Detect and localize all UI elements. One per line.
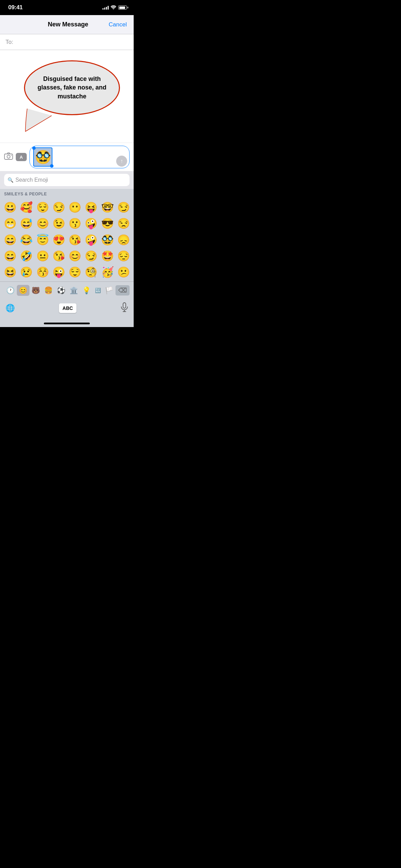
search-placeholder: Search Emoji bbox=[15, 177, 48, 183]
wifi-icon bbox=[111, 5, 116, 10]
building-tab[interactable]: 🏛️ bbox=[68, 285, 80, 296]
home-bar bbox=[44, 323, 90, 324]
emoji-attachment[interactable]: 🥸 bbox=[33, 147, 52, 167]
list-item[interactable]: 😆 bbox=[2, 264, 18, 280]
list-item[interactable]: 😀 bbox=[2, 199, 18, 215]
list-item[interactable]: 😔 bbox=[116, 248, 132, 264]
input-box[interactable]: 🥸 ↑ bbox=[29, 146, 130, 168]
list-item[interactable]: 😏 bbox=[83, 248, 99, 264]
list-item[interactable]: 😉 bbox=[51, 215, 67, 231]
animal-tab[interactable]: 🐻 bbox=[29, 285, 42, 296]
list-item[interactable]: 😊 bbox=[67, 248, 83, 264]
send-button[interactable]: ↑ bbox=[116, 156, 127, 167]
apps-button[interactable]: A bbox=[16, 153, 27, 161]
list-item[interactable]: 😚 bbox=[35, 264, 51, 280]
list-item[interactable]: 😝 bbox=[83, 199, 99, 215]
nav-bar: New Message Cancel bbox=[0, 15, 134, 34]
list-item[interactable]: 😍 bbox=[51, 232, 67, 248]
list-item[interactable]: 🤓 bbox=[99, 199, 116, 215]
svg-rect-0 bbox=[4, 154, 13, 159]
list-item[interactable]: 😘 bbox=[67, 232, 83, 248]
list-item[interactable]: 🤪 bbox=[83, 232, 99, 248]
svg-point-2 bbox=[11, 155, 12, 156]
list-item[interactable]: 😄 bbox=[2, 248, 18, 264]
to-field[interactable]: To: bbox=[0, 34, 134, 50]
list-item[interactable]: 😏 bbox=[51, 199, 67, 215]
list-item[interactable]: 😞 bbox=[116, 232, 132, 248]
emoji-bottom-bar: 🕐 😊 🐻 🍔 ⚽ 🏛️ 💡 🔣 🏳️ ⌫ bbox=[0, 281, 134, 299]
mic-button[interactable] bbox=[121, 302, 128, 314]
list-item[interactable]: 😇 bbox=[35, 232, 51, 248]
camera-button[interactable] bbox=[4, 152, 13, 162]
selection-handle-bottom bbox=[50, 164, 53, 168]
food-tab[interactable]: 🍔 bbox=[42, 285, 55, 296]
list-item[interactable]: 😢 bbox=[18, 264, 34, 280]
disguise-emoji: 🥸 bbox=[35, 149, 51, 165]
list-item[interactable]: 😘 bbox=[51, 248, 67, 264]
keyboard-bottom: 🌐 ABC bbox=[0, 299, 134, 321]
speech-bubble-text: Disguised face with glasses, fake nose, … bbox=[32, 75, 112, 101]
list-item[interactable]: 😏 bbox=[116, 199, 132, 215]
emoji-search-bar[interactable]: 🔍 Search Emoji bbox=[4, 174, 130, 186]
list-item[interactable]: 🥸 bbox=[99, 232, 116, 248]
battery-icon bbox=[118, 5, 127, 10]
delete-key[interactable]: ⌫ bbox=[116, 285, 130, 296]
flags-tab[interactable]: 🏳️ bbox=[103, 285, 116, 296]
list-item[interactable]: 😕 bbox=[116, 264, 132, 280]
search-icon: 🔍 bbox=[8, 177, 13, 183]
svg-point-1 bbox=[7, 155, 10, 158]
emoji-grid-1: 😀 🥰 😌 😏 😶 😝 🤓 😏 😁 😅 😊 😉 😗 🤪 😎 😒 😄 😂 😇 😍 … bbox=[0, 198, 134, 281]
list-item[interactable]: 🥰 bbox=[18, 199, 34, 215]
signal-icon bbox=[102, 5, 109, 10]
to-label: To: bbox=[5, 39, 13, 46]
objects-tab[interactable]: 💡 bbox=[80, 285, 93, 296]
list-item[interactable]: 😁 bbox=[2, 215, 18, 231]
status-bar: 09:41 bbox=[0, 0, 134, 15]
list-item[interactable]: 🥳 bbox=[99, 264, 116, 280]
list-item[interactable]: 😜 bbox=[51, 264, 67, 280]
list-item[interactable]: 😶 bbox=[67, 199, 83, 215]
list-item[interactable]: 😄 bbox=[2, 232, 18, 248]
home-indicator bbox=[0, 321, 134, 327]
nav-title: New Message bbox=[48, 21, 88, 28]
battery-fill bbox=[119, 7, 125, 9]
status-icons bbox=[102, 5, 127, 10]
list-item[interactable]: 😎 bbox=[99, 215, 116, 231]
list-item[interactable]: 😌 bbox=[67, 264, 83, 280]
emoji-keyboard: SMILEYS & PEOPLE 😀 🥰 😌 😏 😶 😝 🤓 😏 😁 😅 😊 😉… bbox=[0, 189, 134, 321]
apps-icon: A bbox=[20, 155, 23, 160]
list-item[interactable]: 😒 bbox=[116, 215, 132, 231]
sports-tab[interactable]: ⚽ bbox=[55, 285, 68, 296]
selection-handle-top bbox=[32, 146, 36, 150]
list-item[interactable]: 😊 bbox=[35, 215, 51, 231]
status-time: 09:41 bbox=[8, 4, 23, 11]
list-item[interactable]: 🤣 bbox=[18, 248, 34, 264]
cancel-button[interactable]: Cancel bbox=[109, 21, 127, 28]
smiley-tab[interactable]: 😊 bbox=[17, 285, 29, 296]
send-icon: ↑ bbox=[120, 158, 123, 164]
speech-bubble: Disguised face with glasses, fake nose, … bbox=[24, 60, 120, 115]
tooltip-container: Disguised face with glasses, fake nose, … bbox=[0, 50, 134, 122]
list-item[interactable]: 🧐 bbox=[83, 264, 99, 280]
emoji-category-label: SMILEYS & PEOPLE bbox=[0, 189, 134, 198]
list-item[interactable]: 😌 bbox=[35, 199, 51, 215]
symbols-tab[interactable]: 🔣 bbox=[93, 286, 103, 294]
list-item[interactable]: 🤩 bbox=[99, 248, 116, 264]
list-item[interactable]: 😅 bbox=[18, 215, 34, 231]
globe-button[interactable]: 🌐 bbox=[5, 304, 15, 313]
list-item[interactable]: 😗 bbox=[67, 215, 83, 231]
input-row: A 🥸 ↑ bbox=[0, 143, 134, 171]
emoji-search-container: 🔍 Search Emoji bbox=[0, 171, 134, 189]
recent-tab[interactable]: 🕐 bbox=[4, 285, 17, 296]
svg-rect-3 bbox=[123, 303, 126, 308]
list-item[interactable]: 😐 bbox=[35, 248, 51, 264]
list-item[interactable]: 😂 bbox=[18, 232, 34, 248]
speech-bubble-tail bbox=[24, 109, 55, 134]
message-area: Disguised face with glasses, fake nose, … bbox=[0, 50, 134, 171]
abc-button[interactable]: ABC bbox=[59, 303, 76, 313]
list-item[interactable]: 🤪 bbox=[83, 215, 99, 231]
